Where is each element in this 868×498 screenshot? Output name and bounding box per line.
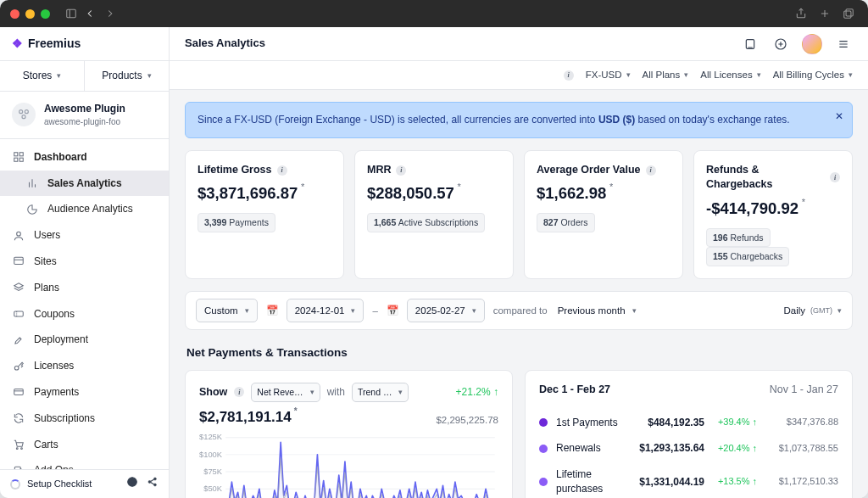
- nav-back-icon[interactable]: [81, 4, 99, 23]
- svg-point-26: [16, 448, 18, 450]
- kpi-sub-pill: 155 Chargebacks: [706, 247, 789, 266]
- granularity-select[interactable]: Daily: [783, 304, 805, 317]
- window-titlebar: [0, 0, 868, 27]
- filter-bar: i FX-USD▾ All Plans▾ All Licenses▾ All B…: [170, 61, 868, 90]
- date-controls: Custom▾ 📅 2024-12-01▾ – 📅 2025-02-27▾ co…: [185, 291, 853, 330]
- minimize-window-icon[interactable]: [25, 9, 35, 19]
- sites-icon: [12, 255, 25, 268]
- breakdown-label: Lifetime purchases: [556, 467, 623, 496]
- svg-point-17: [17, 232, 21, 236]
- plugin-slug: awesome-plugin-foo: [44, 116, 125, 128]
- sidebar-item-plans[interactable]: Plans: [0, 275, 169, 301]
- svg-point-35: [131, 481, 134, 484]
- svg-text:$100K: $100K: [199, 450, 222, 458]
- info-icon[interactable]: i: [234, 387, 244, 397]
- new-tab-icon[interactable]: [815, 4, 834, 23]
- rocket-icon: [12, 333, 25, 347]
- bar-chart-icon: [25, 176, 39, 190]
- sidebar-toggle-icon[interactable]: [62, 4, 81, 23]
- help-icon[interactable]: [126, 476, 138, 491]
- window-traffic-lights: [10, 9, 50, 19]
- breakdown-current-range: Dec 1 - Feb 27: [539, 383, 610, 398]
- date-to-select[interactable]: 2025-02-27▾: [407, 299, 485, 322]
- breakdown-value: $1,331,044.19: [632, 475, 704, 490]
- page-title: Sales Analytics: [185, 36, 265, 51]
- sidebar-item-subscriptions[interactable]: Subscriptions: [0, 406, 169, 432]
- sidebar-item-coupons[interactable]: Coupons: [0, 301, 169, 327]
- date-from-select[interactable]: 2024-12-01▾: [287, 299, 364, 322]
- info-icon[interactable]: i: [830, 172, 840, 182]
- svg-rect-18: [14, 258, 24, 265]
- sidebar-item-dashboard[interactable]: Dashboard: [0, 144, 169, 171]
- breakdown-delta: +39.4%: [713, 416, 757, 428]
- stores-dropdown[interactable]: Stores▾: [0, 61, 84, 91]
- kpi-lifetime-gross: Lifetime Grossi $3,871,696.87* 3,399 Pay…: [185, 150, 344, 279]
- breakdown-label: Renewals: [556, 441, 623, 456]
- series-dot-icon: [539, 418, 548, 427]
- maximize-window-icon[interactable]: [41, 9, 50, 19]
- plans-filter[interactable]: All Plans▾: [643, 68, 689, 81]
- sidebar-item-sites[interactable]: Sites: [0, 249, 169, 275]
- current-plugin[interactable]: Awesome Plugin awesome-plugin-foo: [0, 92, 169, 139]
- nav-forward-icon[interactable]: [101, 4, 120, 23]
- kpi-sub-pill: 1,665 Active Subscriptions: [367, 213, 485, 232]
- svg-point-7: [19, 110, 23, 114]
- avatar[interactable]: [802, 34, 822, 54]
- breakdown-delta: +20.4%: [713, 442, 757, 455]
- info-icon[interactable]: i: [564, 70, 574, 81]
- close-window-icon[interactable]: [10, 9, 19, 19]
- sidebar-item-payments[interactable]: Payments: [0, 379, 169, 406]
- currency-filter[interactable]: FX-USD▾: [586, 68, 631, 81]
- download-icon[interactable]: [741, 35, 760, 53]
- breakdown-prev: $1,073,788.55: [765, 442, 838, 455]
- sidebar-item-carts[interactable]: Carts: [0, 432, 169, 458]
- svg-rect-12: [14, 158, 18, 161]
- share-icon[interactable]: [792, 4, 810, 23]
- add-icon[interactable]: [771, 35, 790, 53]
- range-type-select[interactable]: Custom▾: [196, 299, 258, 322]
- sidebar-item-addons[interactable]: Add Ons: [0, 457, 169, 469]
- plugin-icon: [12, 103, 36, 126]
- products-dropdown[interactable]: Products▾: [84, 61, 169, 91]
- chart-overlay-select[interactable]: Trend …▾: [352, 383, 409, 402]
- stack-icon: [12, 281, 25, 294]
- svg-rect-11: [19, 153, 23, 156]
- svg-marker-20: [14, 283, 24, 288]
- kpi-mrr: MRRi $288,050.57* 1,665 Active Subscript…: [354, 150, 514, 279]
- sidebar-item-sales-analytics[interactable]: Sales Analytics: [0, 171, 169, 197]
- svg-text:$125K: $125K: [199, 434, 222, 441]
- share-icon[interactable]: [147, 476, 159, 491]
- info-icon[interactable]: i: [396, 165, 406, 176]
- chevron-down-icon: ▾: [684, 70, 688, 81]
- info-icon[interactable]: i: [646, 165, 656, 176]
- licenses-filter[interactable]: All Licenses▾: [700, 68, 760, 81]
- chevron-down-icon: ▾: [849, 70, 853, 81]
- sidebar-item-audience-analytics[interactable]: Audience Analytics: [0, 196, 169, 222]
- chart-prev-value: $2,295,225.78: [436, 413, 498, 427]
- kpi-sub-pill: 196 Refunds: [706, 228, 771, 248]
- cart-icon: [12, 438, 25, 451]
- billing-filter[interactable]: All Billing Cycles▾: [773, 68, 853, 81]
- info-icon[interactable]: i: [277, 165, 287, 176]
- svg-rect-13: [19, 158, 23, 161]
- svg-rect-6: [844, 11, 851, 18]
- sidebar-item-users[interactable]: Users: [0, 222, 169, 249]
- kpi-aov: Average Order Valuei $1,662.98* 827 Orde…: [524, 150, 683, 279]
- chevron-down-icon: ▾: [57, 70, 61, 81]
- series-dot-icon: [539, 445, 548, 453]
- chart-metric-select[interactable]: Net Reve…▾: [251, 383, 320, 402]
- menu-icon[interactable]: [834, 35, 853, 53]
- setup-checklist-link[interactable]: Setup Checklist: [27, 478, 92, 490]
- breakdown-row: 1st Payments$484,192.35+39.4%$347,376.88: [539, 410, 838, 436]
- close-icon[interactable]: ✕: [835, 109, 843, 124]
- kpi-sub-pill: 3,399 Payments: [198, 213, 275, 232]
- breakdown-row: Lifetime purchases$1,331,044.19+13.5%$1,…: [539, 462, 838, 498]
- fx-info-banner: Since a FX-USD (Foreign Exchange - USD) …: [185, 102, 853, 138]
- sidebar-item-deployment[interactable]: Deployment: [0, 327, 169, 353]
- kpi-sub-pill: 827 Orders: [537, 213, 595, 232]
- sidebar-item-licenses[interactable]: Licenses: [0, 353, 169, 379]
- tabs-icon[interactable]: [839, 4, 858, 23]
- plugin-name: Awesome Plugin: [44, 102, 125, 116]
- brand-logo: ❖ Freemius: [0, 27, 169, 61]
- compare-select[interactable]: Previous month▾: [556, 300, 638, 321]
